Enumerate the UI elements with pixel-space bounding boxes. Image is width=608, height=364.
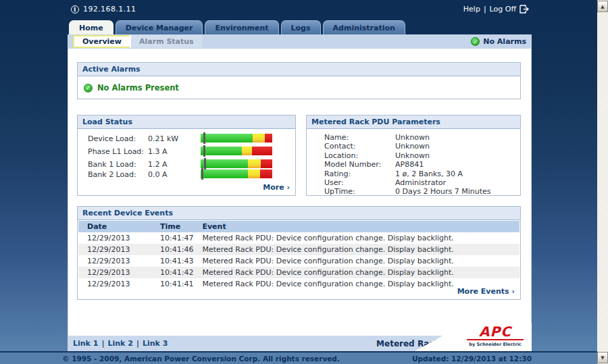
param-label: UpTime: xyxy=(324,187,395,196)
tab-logs-label: Logs xyxy=(291,24,311,32)
param-row-contact: Contact:Unknown xyxy=(324,142,520,151)
param-value: Unknown xyxy=(395,133,430,142)
event-date: 12/29/2013 xyxy=(78,232,151,244)
load-row-bank-1: Bank 1 Load: 1.2 A xyxy=(78,159,295,169)
active-alarms-section: Active Alarms ✓ No Alarms Present xyxy=(77,62,521,99)
event-text: Metered Rack PDU: Device configuration c… xyxy=(193,232,520,244)
column-header-time: Time xyxy=(151,221,193,232)
param-label: Contact: xyxy=(324,142,395,151)
help-link[interactable]: Help xyxy=(463,5,480,14)
link-separator: | xyxy=(101,339,104,348)
link-separator: | xyxy=(136,339,139,348)
content-panel: Active Alarms ✓ No Alarms Present Load S… xyxy=(68,49,532,336)
load-value: 1.2 A xyxy=(148,160,168,169)
load-row-bank-2: Bank 2 Load: 0.0 A xyxy=(78,169,295,179)
tab-administration[interactable]: Administration xyxy=(323,20,405,34)
more-link[interactable]: More › xyxy=(263,183,290,192)
bar-green xyxy=(201,134,253,142)
pdu-parameter-rows: Name:Unknown Contact:Unknown Location:Un… xyxy=(307,129,520,197)
event-time: 10:41:41 xyxy=(151,278,193,290)
apc-pdu-web-ui: i 192.168.1.11 Help | Log Off Home Devic… xyxy=(0,0,608,364)
footer-link-2[interactable]: Link 2 xyxy=(107,339,132,348)
load-row-phase-l1: Phase L1 Load: 1.3 A xyxy=(78,146,295,159)
device-ip: 192.168.1.11 xyxy=(83,5,136,14)
param-row-model: Model Number:AP8841 xyxy=(324,160,520,169)
event-time: 10:41:46 xyxy=(151,244,193,255)
param-row-location: Location:Unknown xyxy=(324,151,520,160)
load-marker xyxy=(203,132,205,144)
subtab-alarm-status[interactable]: Alarm Status xyxy=(130,35,202,48)
table-row: 12/29/2013 10:41:46 Metered Rack PDU: De… xyxy=(78,244,520,255)
active-alarms-body: ✓ No Alarms Present xyxy=(78,76,520,93)
check-icon: ✓ xyxy=(84,84,93,93)
no-alarms-message: No Alarms Present xyxy=(97,83,179,93)
param-value: Administrator xyxy=(395,178,446,187)
tab-environment[interactable]: Environment xyxy=(205,20,278,34)
param-value: 0 Days 2 Hours 7 Minutes xyxy=(395,187,490,196)
event-time: 10:41:43 xyxy=(151,255,193,267)
bar-yellow xyxy=(248,159,261,168)
pdu-parameters-section: Metered Rack PDU Parameters Name:Unknown… xyxy=(306,115,521,196)
logoff-link[interactable]: Log Off xyxy=(490,5,516,14)
apc-logo-subtext: by Schneider Electric xyxy=(465,342,525,347)
tab-administration-label: Administration xyxy=(333,24,395,32)
more-events-link[interactable]: More Events › xyxy=(457,287,515,296)
load-label: Phase L1 Load: xyxy=(88,147,144,156)
bar-red xyxy=(265,134,272,142)
load-status-title: Load Status xyxy=(78,115,295,129)
subtab-bar: Overview Alarm Status ✓ No Alarms xyxy=(68,34,532,49)
footer-link-1[interactable]: Link 1 xyxy=(73,339,98,348)
param-label: Name: xyxy=(324,133,395,142)
link-separator: | xyxy=(484,5,486,14)
param-value: 1 ø, 2 Banks, 30 A xyxy=(395,170,463,178)
event-time: 10:41:42 xyxy=(151,267,193,278)
bar-yellow xyxy=(242,147,252,155)
load-rows: Device Load: 0.21 kW Phase L1 Load: 1.3 … xyxy=(78,129,295,179)
event-date: 12/29/2013 xyxy=(78,278,151,290)
load-value: 0.21 kW xyxy=(148,134,178,143)
load-marker xyxy=(203,145,205,157)
alarm-status-text: No Alarms xyxy=(483,37,526,46)
check-icon: ✓ xyxy=(471,37,480,46)
load-value: 1.3 A xyxy=(148,147,168,156)
event-text: Metered Rack PDU: Device configuration c… xyxy=(193,255,520,267)
session-links: Help | Log Off xyxy=(463,5,529,14)
bar-yellow xyxy=(253,134,265,142)
scroll-down-button[interactable]: ▼ xyxy=(597,352,608,363)
column-header-event: Event xyxy=(193,221,520,232)
bar-green xyxy=(201,147,242,155)
param-label: Model Number: xyxy=(324,160,395,169)
bar-red xyxy=(252,147,272,155)
table-row: 12/29/2013 10:41:41 Metered Rack PDU: De… xyxy=(78,278,520,290)
table-row: 12/29/2013 10:41:43 Metered Rack PDU: De… xyxy=(78,255,520,267)
pdu-parameters-title: Metered Rack PDU Parameters xyxy=(307,115,520,129)
bar-red xyxy=(260,170,272,178)
tab-home[interactable]: Home xyxy=(69,20,113,34)
footer-link-3[interactable]: Link 3 xyxy=(143,339,168,348)
updated-timestamp: Updated: 12/29/2013 at 12:30 xyxy=(412,355,532,363)
apc-logo-text: APC xyxy=(465,325,525,338)
logoff-icon[interactable] xyxy=(520,5,529,14)
load-label: Bank 1 Load: xyxy=(88,160,136,169)
param-value: Unknown xyxy=(395,142,430,151)
load-label: Device Load: xyxy=(88,134,136,143)
alarm-status-indicator[interactable]: ✓ No Alarms xyxy=(471,34,526,49)
tab-device-manager[interactable]: Device Manager xyxy=(116,20,203,34)
scroll-up-button[interactable]: ▲ xyxy=(597,1,608,12)
load-marker xyxy=(201,168,203,180)
load-value: 0.0 A xyxy=(148,170,168,179)
tab-home-label: Home xyxy=(79,24,103,32)
main-tabs: Home Device Manager Environment Logs Adm… xyxy=(69,20,405,34)
load-gauge xyxy=(201,134,272,142)
load-gauge xyxy=(201,159,272,168)
tab-logs[interactable]: Logs xyxy=(281,20,321,34)
event-date: 12/29/2013 xyxy=(78,244,151,255)
load-label: Bank 2 Load: xyxy=(88,170,136,179)
param-row-user: User:Administrator xyxy=(324,178,520,187)
bottom-bar: © 1995 - 2009, American Power Conversion… xyxy=(0,351,597,364)
vertical-scrollbar[interactable]: ▲ ▼ xyxy=(597,0,608,364)
param-row-uptime: UpTime:0 Days 2 Hours 7 Minutes xyxy=(324,187,520,196)
subtab-overview[interactable]: Overview xyxy=(73,35,131,48)
recent-events-title: Recent Device Events xyxy=(78,207,520,220)
param-row-rating: Rating:1 ø, 2 Banks, 30 A xyxy=(324,170,520,178)
